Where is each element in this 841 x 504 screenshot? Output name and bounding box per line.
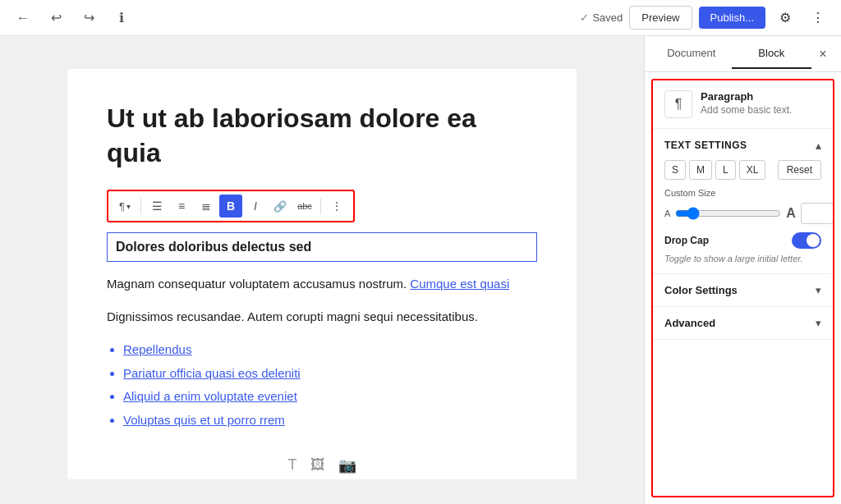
align-left-icon: ☰ bbox=[152, 199, 163, 213]
size-l-button[interactable]: L bbox=[715, 160, 736, 180]
align-left-button[interactable]: ☰ bbox=[145, 195, 168, 218]
topbar: ← ↩ ↪ ℹ ✓ Saved Preview Publish... ⚙ ⋮ bbox=[0, 0, 841, 36]
dropcap-label: Drop Cap bbox=[664, 235, 709, 246]
dropcap-desc: Toggle to show a large initial letter. bbox=[664, 254, 821, 263]
paragraph-1-link[interactable]: Cumque est quasi bbox=[410, 277, 509, 291]
dropcap-toggle[interactable] bbox=[792, 232, 821, 249]
paragraph-block-icon: ¶ bbox=[675, 97, 682, 112]
media-insert-icon[interactable]: 📷 bbox=[338, 456, 356, 474]
info-button[interactable]: ℹ bbox=[108, 5, 135, 31]
topbar-right: ✓ Saved Preview Publish... ⚙ ⋮ bbox=[580, 5, 831, 31]
editor-area: Ut ut ab laboriosam dolore ea quia ¶ ▾ ☰… bbox=[0, 36, 644, 504]
publish-button[interactable]: Publish... bbox=[699, 7, 765, 29]
advanced-label: Advanced bbox=[664, 317, 715, 329]
list-item: Voluptas quis et ut porro rrem bbox=[123, 409, 537, 433]
block-panel: ¶ Paragraph Add some basic text. Text Se… bbox=[651, 79, 834, 497]
paragraph-2: Dignissimos recusandae. Autem corupti ma… bbox=[107, 306, 537, 328]
align-center-button[interactable]: ≡ bbox=[170, 195, 193, 218]
bottom-insert-icons: T 🖼 📷 bbox=[107, 456, 537, 474]
advanced-chevron-icon: ▾ bbox=[816, 317, 821, 329]
size-small-a: A bbox=[664, 208, 670, 218]
block-info-text: Paragraph Add some basic text. bbox=[701, 90, 792, 116]
italic-button[interactable]: I bbox=[244, 195, 267, 218]
reset-button[interactable]: Reset bbox=[778, 160, 821, 180]
advanced-header: Advanced ▾ bbox=[664, 317, 821, 329]
info-icon: ℹ bbox=[119, 10, 124, 25]
redo-button[interactable]: ↪ bbox=[76, 5, 102, 31]
main-layout: Ut ut ab laboriosam dolore ea quia ¶ ▾ ☰… bbox=[0, 36, 841, 504]
size-xl-button[interactable]: XL bbox=[739, 160, 766, 180]
font-size-input[interactable] bbox=[801, 203, 834, 224]
custom-size-label: Custom Size bbox=[664, 188, 821, 198]
list-item: Aliquid a enim voluptate eveniet bbox=[123, 385, 537, 409]
align-center-icon: ≡ bbox=[178, 199, 185, 213]
text-settings-collapse-button[interactable]: ▴ bbox=[816, 139, 821, 152]
paragraph-type-button[interactable]: ¶ ▾ bbox=[113, 195, 136, 218]
sidebar: Document Block × ¶ Paragraph Add some ba… bbox=[644, 36, 841, 504]
size-buttons: S M L XL Reset bbox=[664, 160, 821, 180]
bold-button[interactable]: B bbox=[219, 195, 242, 218]
block-desc: Add some basic text. bbox=[701, 104, 792, 116]
toolbar-divider bbox=[140, 198, 141, 214]
text-settings-label: Text Settings bbox=[664, 140, 747, 151]
align-justify-icon: ≣ bbox=[201, 199, 211, 213]
custom-size-row: A A bbox=[664, 203, 821, 224]
editor-content[interactable]: Ut ut ab laboriosam dolore ea quia ¶ ▾ ☰… bbox=[67, 69, 577, 479]
bold-icon: B bbox=[227, 199, 235, 213]
image-insert-icon[interactable]: 🖼 bbox=[310, 456, 325, 474]
back-icon: ← bbox=[16, 11, 30, 25]
paragraph-icon: ¶ bbox=[119, 200, 125, 213]
sidebar-close-button[interactable]: × bbox=[811, 43, 834, 66]
topbar-left: ← ↩ ↪ ℹ bbox=[10, 5, 135, 31]
dots-icon: ⋮ bbox=[811, 10, 825, 25]
color-settings-section[interactable]: Color Settings ▾ bbox=[653, 274, 833, 307]
strikethrough-icon: abc bbox=[297, 201, 312, 211]
strikethrough-button[interactable]: abc bbox=[293, 195, 316, 218]
redo-icon: ↪ bbox=[84, 10, 94, 25]
highlighted-text: Dolores doloribus delectus sed bbox=[116, 240, 311, 254]
undo-icon: ↩ bbox=[51, 10, 62, 25]
block-info: ¶ Paragraph Add some basic text. bbox=[653, 80, 833, 129]
back-button[interactable]: ← bbox=[10, 5, 36, 31]
text-settings-section: Text Settings ▴ S M L XL Reset Custom Si… bbox=[653, 129, 833, 274]
paragraph-1: Magnam consequatur voluptatem accusamus … bbox=[107, 273, 537, 295]
list-item: Repellendus bbox=[123, 338, 537, 362]
advanced-section[interactable]: Advanced ▾ bbox=[653, 307, 833, 340]
undo-button[interactable]: ↩ bbox=[43, 5, 69, 31]
color-settings-label: Color Settings bbox=[664, 284, 738, 296]
more-icon: ⋮ bbox=[331, 199, 342, 213]
tab-document[interactable]: Document bbox=[651, 39, 732, 69]
color-settings-chevron-icon: ▾ bbox=[816, 284, 821, 296]
block-toolbar: ¶ ▾ ☰ ≡ ≣ B I bbox=[107, 190, 355, 222]
text-settings-header: Text Settings ▴ bbox=[664, 139, 821, 152]
italic-icon: I bbox=[254, 199, 257, 213]
dropcap-row: Drop Cap bbox=[664, 232, 821, 249]
more-toolbar-button[interactable]: ⋮ bbox=[325, 195, 348, 218]
highlighted-block[interactable]: Dolores doloribus delectus sed bbox=[107, 232, 537, 262]
block-name: Paragraph bbox=[701, 90, 792, 103]
tab-block[interactable]: Block bbox=[732, 39, 812, 69]
align-right-button[interactable]: ≣ bbox=[195, 195, 218, 218]
font-size-slider[interactable] bbox=[675, 207, 781, 220]
text-insert-icon[interactable]: T bbox=[288, 456, 297, 474]
link-button[interactable]: 🔗 bbox=[269, 195, 292, 218]
size-large-a: A bbox=[786, 206, 796, 221]
sidebar-tabs: Document Block × bbox=[645, 36, 841, 72]
block-icon-wrap: ¶ bbox=[664, 90, 692, 118]
saved-status: ✓ Saved bbox=[580, 11, 623, 24]
check-icon: ✓ bbox=[580, 11, 589, 24]
size-s-button[interactable]: S bbox=[664, 160, 686, 180]
size-m-button[interactable]: M bbox=[689, 160, 712, 180]
link-icon: 🔗 bbox=[273, 200, 287, 213]
list-item: Pariatur officia quasi eos deleniti bbox=[123, 362, 537, 386]
preview-button[interactable]: Preview bbox=[629, 6, 692, 30]
list-block: Repellendus Pariatur officia quasi eos d… bbox=[123, 338, 537, 432]
settings-button[interactable]: ⚙ bbox=[772, 5, 798, 31]
color-settings-header: Color Settings ▾ bbox=[664, 284, 821, 296]
more-options-button[interactable]: ⋮ bbox=[805, 5, 831, 31]
toolbar-divider-2 bbox=[320, 198, 321, 214]
editor-title: Ut ut ab laboriosam dolore ea quia bbox=[107, 102, 537, 170]
gear-icon: ⚙ bbox=[779, 10, 791, 25]
